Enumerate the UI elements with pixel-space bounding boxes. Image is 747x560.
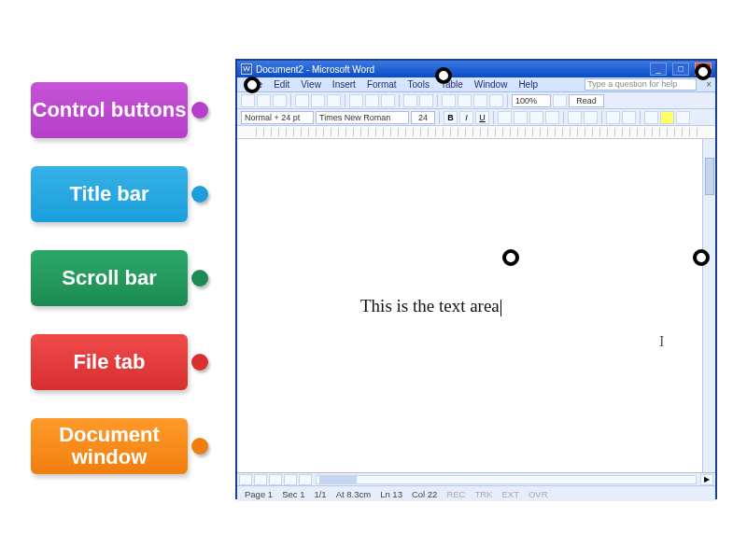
document-area: This is the text area I — [237, 139, 715, 473]
label-control-buttons[interactable]: Control buttons — [31, 82, 188, 138]
scroll-right-icon: ▶ — [700, 474, 713, 485]
label-pin — [191, 186, 208, 203]
menu-window: Window — [470, 79, 513, 90]
view-print-icon — [269, 474, 282, 485]
menu-edit: Edit — [269, 79, 294, 90]
scrollbar-thumb — [705, 158, 714, 195]
paste-icon — [381, 94, 395, 107]
table-icon — [458, 94, 472, 107]
title-bar: W Document2 - Microsoft Word _ □ × — [237, 61, 715, 77]
view-web-icon — [254, 474, 267, 485]
menu-view: View — [296, 79, 326, 90]
status-trk: TRK — [474, 489, 492, 499]
copy-icon — [365, 94, 379, 107]
underline-icon: U — [475, 111, 489, 124]
new-icon — [241, 94, 255, 107]
label-text: Title bar — [69, 183, 148, 205]
border-icon — [644, 111, 658, 124]
menu-insert: Insert — [328, 79, 360, 90]
minimize-button-icon: _ — [650, 63, 667, 76]
label-document-window[interactable]: Document window — [31, 418, 188, 474]
label-pin — [191, 102, 208, 119]
read-button: Read — [569, 94, 604, 107]
menu-help: Help — [514, 79, 543, 90]
style-select: Normal + 24 pt — [241, 111, 314, 124]
status-page: Page 1 — [245, 489, 273, 499]
view-normal-icon — [239, 474, 252, 485]
toolbar-standard: 100% Read — [237, 92, 715, 109]
font-select: Times New Roman — [316, 111, 409, 124]
status-col: Col 22 — [412, 489, 437, 499]
fontcolor-icon — [676, 111, 690, 124]
window-title: Document2 - Microsoft Word — [256, 64, 374, 75]
link-icon — [442, 94, 456, 107]
align-justify-icon — [545, 111, 559, 124]
redo-icon — [419, 94, 433, 107]
indent-icon — [622, 111, 636, 124]
vertical-scrollbar — [702, 139, 715, 472]
outdent-icon — [606, 111, 620, 124]
label-scroll-bar[interactable]: Scroll bar — [31, 250, 188, 306]
status-at: At 8.3cm — [336, 489, 372, 499]
status-bar: Page 1 Sec 1 1/1 At 8.3cm Ln 13 Col 22 R… — [237, 486, 715, 501]
menu-bar: File Edit View Insert Format Tools Table… — [237, 77, 715, 92]
open-icon — [257, 94, 271, 107]
label-pin — [191, 438, 208, 455]
maximize-button-icon: □ — [672, 63, 689, 76]
bold-icon: B — [444, 111, 458, 124]
label-text: Scroll bar — [62, 267, 156, 289]
numbering-icon — [568, 111, 582, 124]
drop-target-4[interactable] — [502, 249, 519, 266]
save-icon — [273, 94, 287, 107]
word-app-icon: W — [241, 63, 252, 75]
close-doc-icon: × — [702, 79, 715, 90]
drop-target-1[interactable] — [244, 77, 261, 93]
word-window: W Document2 - Microsoft Word _ □ × File … — [235, 59, 717, 499]
label-pin — [191, 270, 208, 287]
label-text: File tab — [73, 351, 145, 373]
status-rec: REC — [446, 489, 465, 499]
preview-icon — [311, 94, 325, 107]
align-right-icon — [529, 111, 543, 124]
ibeam-cursor-icon: I — [659, 333, 664, 350]
align-left-icon — [498, 111, 512, 124]
drop-target-2[interactable] — [435, 67, 452, 84]
help-icon — [553, 94, 567, 107]
align-center-icon — [514, 111, 528, 124]
label-title-bar[interactable]: Title bar — [31, 166, 188, 222]
label-text: Document window — [31, 424, 188, 469]
menu-tools: Tools — [403, 79, 434, 90]
menu-format: Format — [362, 79, 402, 90]
excel-icon — [473, 94, 487, 107]
spell-icon — [327, 94, 341, 107]
label-text: Control buttons — [33, 99, 187, 121]
status-sec: Sec 1 — [282, 489, 304, 499]
bullets-icon — [584, 111, 598, 124]
view-outline-icon — [284, 474, 297, 485]
zoom-select: 100% — [512, 94, 551, 107]
cut-icon — [349, 94, 363, 107]
view-reading-icon — [299, 474, 312, 485]
status-ln: Ln 13 — [380, 489, 402, 499]
status-pages: 1/1 — [314, 489, 326, 499]
italic-icon: I — [459, 111, 473, 124]
label-pin — [191, 354, 208, 371]
fontsize-select: 24 — [411, 111, 435, 124]
help-search-input: Type a question for help — [585, 78, 697, 91]
document-text: This is the text area — [360, 296, 501, 316]
highlight-icon — [660, 111, 674, 124]
ruler — [237, 126, 715, 139]
columns-icon — [489, 94, 503, 107]
toolbar-formatting: Normal + 24 pt Times New Roman 24 B I U — [237, 109, 715, 126]
status-ext: EXT — [501, 489, 518, 499]
drop-target-5[interactable] — [693, 249, 710, 266]
label-file-tab[interactable]: File tab — [31, 334, 188, 390]
undo-icon — [403, 94, 417, 107]
status-ovr: OVR — [529, 489, 548, 499]
drop-target-3[interactable] — [695, 63, 712, 80]
print-icon — [295, 94, 309, 107]
horizontal-scrollbar: ▶ — [237, 473, 715, 486]
